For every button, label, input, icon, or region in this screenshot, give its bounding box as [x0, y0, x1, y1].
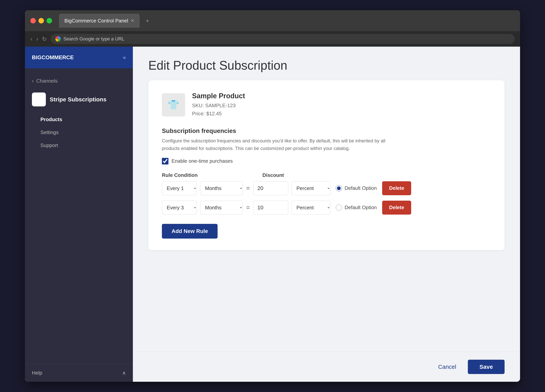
rule1-default-option-group: Default Option [336, 185, 377, 191]
product-image: 👕 [162, 93, 185, 117]
minimize-window-button[interactable] [38, 18, 44, 23]
main-area: Edit Product Subscription 👕 Sample Produ… [133, 47, 520, 382]
browser-tab[interactable]: BigCommerce Control Panel ✕ [59, 14, 140, 28]
close-window-button[interactable] [30, 18, 36, 23]
rule1-discount-type-select[interactable]: Percent Fixed [292, 181, 330, 195]
rule2-delete-button[interactable]: Delete [382, 201, 411, 215]
tab-title: BigCommerce Control Panel [64, 18, 128, 24]
rule1-delete-button[interactable]: Delete [382, 181, 411, 195]
browser-titlebar: BigCommerce Control Panel ✕ ＋ [25, 10, 520, 31]
section-heading: Subscription frequencies [162, 127, 491, 134]
sidebar-channels-link[interactable]: ‹ Channels [25, 74, 133, 88]
reload-button[interactable]: ↻ [42, 36, 47, 42]
channels-label: Channels [36, 78, 58, 84]
rule1-discount-input[interactable] [253, 181, 288, 195]
rule-row-2: Every 1 Every 2 Every 3 Every 6 Days Wee… [162, 201, 491, 215]
sidebar-item-products[interactable]: Products [25, 113, 133, 126]
rule1-every-select[interactable]: Every 1 Every 2 Every 3 Every 6 [162, 181, 197, 195]
forward-button[interactable]: › [36, 36, 38, 42]
enable-one-time-label: Enable one-time purchases [172, 158, 233, 164]
browser-window: BigCommerce Control Panel ✕ ＋ ‹ › ↻ Sear… [25, 10, 520, 382]
back-button[interactable]: ‹ [30, 36, 32, 42]
address-bar[interactable]: Search Google or type a URL [51, 34, 515, 44]
main-content: Edit Product Subscription 👕 Sample Produ… [133, 47, 520, 352]
shirt-icon: 👕 [168, 100, 179, 110]
section-desc: Configure the subscription frequencies a… [162, 137, 394, 152]
browser-toolbar: ‹ › ↻ Search Google or type a URL [25, 31, 520, 47]
rule1-default-radio[interactable] [336, 185, 342, 191]
sidebar-logo: BIGCOMMERCE « [25, 47, 133, 68]
chevron-left-icon: ‹ [32, 78, 34, 84]
product-info: 👕 Sample Product SKU: SAMPLE-123 Price: … [162, 92, 491, 118]
sidebar: BIGCOMMERCE « ‹ Channels ✦ Stripe Subscr… [25, 47, 133, 382]
page-footer: Cancel Save [133, 352, 520, 382]
maximize-window-button[interactable] [47, 18, 52, 23]
new-tab-button[interactable]: ＋ [145, 17, 150, 24]
product-price: Price: $12.45 [192, 110, 245, 118]
rule1-period-select[interactable]: Days Weeks Months Years [200, 181, 243, 195]
address-bar-text: Search Google or type a URL [63, 36, 124, 42]
product-sku: SKU: SAMPLE-123 [192, 102, 245, 110]
rule2-default-label: Default Option [345, 205, 377, 211]
product-details: Sample Product SKU: SAMPLE-123 Price: $1… [192, 92, 245, 118]
sidebar-item-support[interactable]: Support [25, 139, 133, 152]
tab-close-icon[interactable]: ✕ [131, 18, 134, 23]
app-label: Stripe Subscriptions [50, 96, 106, 103]
add-new-rule-button[interactable]: Add New Rule [162, 224, 217, 239]
rule2-default-radio[interactable] [336, 205, 342, 211]
rule1-equals: = [246, 185, 250, 192]
save-button[interactable]: Save [468, 360, 505, 374]
content-card: 👕 Sample Product SKU: SAMPLE-123 Price: … [148, 80, 505, 250]
page-title: Edit Product Subscription [148, 58, 505, 73]
sidebar-item-settings[interactable]: Settings [25, 126, 133, 139]
traffic-lights [30, 18, 52, 23]
rule1-default-label: Default Option [345, 185, 377, 191]
rule2-discount-input[interactable] [253, 201, 288, 215]
collapse-sidebar-button[interactable]: « [123, 54, 126, 61]
rule-row-1: Every 1 Every 2 Every 3 Every 6 Days Wee… [162, 181, 491, 195]
sidebar-nav: ‹ Channels ✦ Stripe Subscriptions Produc… [25, 68, 133, 364]
sidebar-help[interactable]: Help ∧ [25, 364, 133, 382]
rule2-default-option-group: Default Option [336, 205, 377, 211]
rule2-discount-type-select[interactable]: Percent Fixed [292, 201, 330, 215]
rule2-equals: = [246, 204, 250, 211]
product-name: Sample Product [192, 92, 245, 100]
enable-one-time-checkbox[interactable] [162, 158, 168, 164]
subscription-section: Subscription frequencies Configure the s… [162, 127, 491, 239]
cancel-button[interactable]: Cancel [433, 360, 462, 374]
discount-header: Discount [262, 172, 284, 178]
enable-one-time-row: Enable one-time purchases [162, 158, 491, 164]
rule-condition-header: Rule Condition [162, 172, 259, 178]
stripe-icon: ✦ [36, 95, 42, 104]
rule2-every-select[interactable]: Every 1 Every 2 Every 3 Every 6 [162, 201, 197, 215]
app-icon: ✦ [32, 93, 46, 106]
logo-text: BIGCOMMERCE [32, 54, 74, 61]
help-label: Help [32, 370, 42, 376]
rule2-period-select[interactable]: Days Weeks Months Years [200, 201, 243, 215]
browser-icon [55, 36, 61, 42]
sidebar-sub-items: Products Settings Support [25, 111, 133, 154]
chevron-up-icon: ∧ [122, 370, 126, 376]
sidebar-app-item[interactable]: ✦ Stripe Subscriptions [25, 88, 133, 111]
app-layout: BIGCOMMERCE « ‹ Channels ✦ Stripe Subscr… [25, 47, 520, 382]
rule-headers: Rule Condition Discount [162, 172, 491, 178]
